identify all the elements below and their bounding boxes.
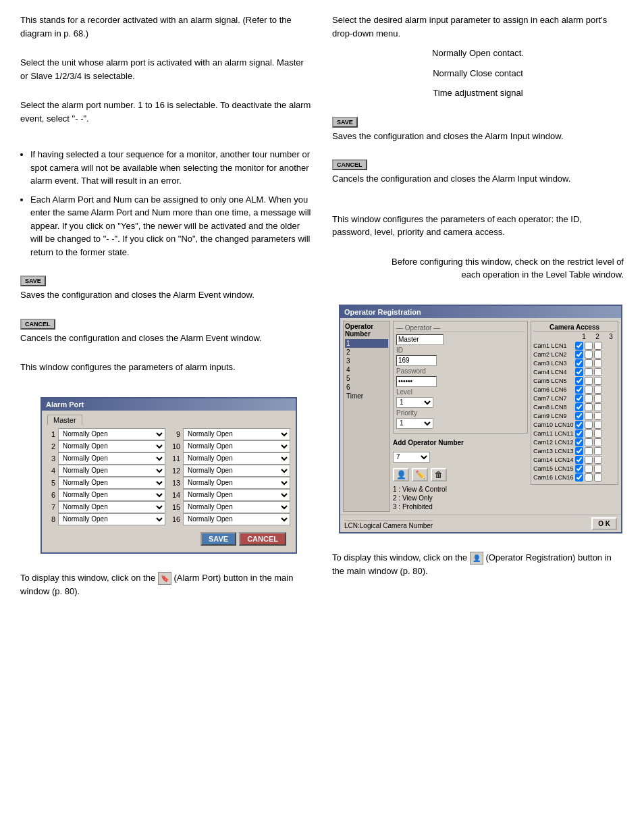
camera-col-headers: 1 2 3 <box>533 333 616 340</box>
cam3-check3[interactable] <box>594 359 602 367</box>
cam15-check3[interactable] <box>594 465 602 473</box>
cam16-check3[interactable] <box>594 473 602 481</box>
save-event-button[interactable]: SAVE <box>20 276 46 286</box>
cam14-check1[interactable] <box>575 456 583 464</box>
alarm-row-8: 8 Normally Open Normally Close Time adju… <box>47 513 165 525</box>
cam12-check2[interactable] <box>585 438 593 446</box>
cam7-check3[interactable] <box>594 394 602 402</box>
cam9-check1[interactable] <box>575 412 583 420</box>
op-priority-select[interactable]: 1 2 3 <box>396 418 433 429</box>
cam13-check3[interactable] <box>594 447 602 455</box>
alarm-select-12[interactable]: Normally Open Normally Close Time adjust… <box>183 465 290 477</box>
alarm-select-15[interactable]: Normally Open Normally Close Time adjust… <box>183 501 290 513</box>
alarm-row-6: 6 Normally Open Normally Close Time adju… <box>47 489 165 501</box>
cam6-check3[interactable] <box>594 386 602 394</box>
op-ok-button[interactable]: O K <box>591 517 617 530</box>
alarm-input-para-section: Select the desired alarm input parameter… <box>332 14 624 107</box>
cam14-check2[interactable] <box>585 456 593 464</box>
cam9-check2[interactable] <box>585 412 593 420</box>
cam16-check1[interactable] <box>575 473 583 481</box>
cam4-check1[interactable] <box>575 368 583 376</box>
op-number-item-5[interactable]: 5 <box>345 374 388 383</box>
cam7-check2[interactable] <box>585 394 593 402</box>
cam8-check2[interactable] <box>585 403 593 411</box>
cancel-event-section: CANCEL Cancels the configuration and clo… <box>20 318 312 352</box>
alarm-select-10[interactable]: Normally Open Normally Close Time adjust… <box>183 440 290 452</box>
alarm-select-6[interactable]: Normally Open Normally Close Time adjust… <box>58 489 165 501</box>
cancel-event-button[interactable]: CANCEL <box>20 319 55 330</box>
cam8-check1[interactable] <box>575 403 583 411</box>
cam1-check3[interactable] <box>594 342 602 350</box>
op-number-item-timer[interactable]: Timer <box>345 392 388 400</box>
alarm-select-7[interactable]: Normally Open Normally Close Time adjust… <box>58 501 165 513</box>
cam1-check2[interactable] <box>585 342 593 350</box>
op-number-item-1[interactable]: 1 <box>345 339 388 348</box>
op-add-select[interactable]: 7 8 <box>393 452 430 463</box>
camera-row-3: Cam3 LCN3 <box>533 359 616 367</box>
cam8-check3[interactable] <box>594 403 602 411</box>
alarm-select-16[interactable]: Normally Open Normally Close Time adjust… <box>183 513 290 525</box>
op-level-select[interactable]: 1 2 3 <box>396 397 433 408</box>
cam2-check3[interactable] <box>594 350 602 359</box>
cam10-check3[interactable] <box>594 421 602 429</box>
op-delete-button[interactable]: 🗑 <box>431 468 447 481</box>
op-view-label-1: 1 : View & Control <box>393 486 528 493</box>
cam13-check1[interactable] <box>575 447 583 455</box>
alarm-select-4[interactable]: Normally Open Normally Close Time adjust… <box>58 465 165 477</box>
cam15-check1[interactable] <box>575 465 583 473</box>
op-number-item-2[interactable]: 2 <box>345 348 388 357</box>
alarm-port-actions: SAVE CANCEL <box>47 529 290 548</box>
master-tab[interactable]: Master <box>47 415 82 425</box>
cam3-check2[interactable] <box>585 359 593 367</box>
cam4-check2[interactable] <box>585 368 593 376</box>
cam15-check2[interactable] <box>585 465 593 473</box>
alarm-select-11[interactable]: Normally Open Normally Close Time adjust… <box>183 452 290 465</box>
cam7-check1[interactable] <box>575 394 583 402</box>
alarm-select-5[interactable]: Normally Open Normally Close Time adjust… <box>58 477 165 489</box>
op-number-item-6[interactable]: 6 <box>345 383 388 392</box>
alarm-select-9[interactable]: Normally Open Normally Close Time adjust… <box>183 428 290 440</box>
cam2-check2[interactable] <box>585 350 593 359</box>
cam9-check3[interactable] <box>594 412 602 420</box>
cam13-check2[interactable] <box>585 447 593 455</box>
alarm-select-1[interactable]: Normally Open Normally Close Time adjust… <box>58 428 165 440</box>
op-priority-value-row: 1 2 3 <box>396 418 525 429</box>
op-master-input[interactable] <box>396 334 444 345</box>
op-password-input[interactable] <box>396 376 437 387</box>
cam12-check1[interactable] <box>575 438 583 446</box>
cam2-check1[interactable] <box>575 350 583 359</box>
alarm-save-button[interactable]: SAVE <box>200 532 236 546</box>
cam11-check1[interactable] <box>575 429 583 438</box>
op-id-input[interactable] <box>396 355 437 366</box>
alarm-select-8[interactable]: Normally Open Normally Close Time adjust… <box>58 513 165 525</box>
cam4-check3[interactable] <box>594 368 602 376</box>
cam5-check1[interactable] <box>575 377 583 385</box>
alarm-select-3[interactable]: Normally Open Normally Close Time adjust… <box>58 452 165 465</box>
cancel-input-section: CANCEL Cancels the configuration and clo… <box>332 159 624 192</box>
cancel-input-button[interactable]: CANCEL <box>332 159 367 170</box>
cam14-check3[interactable] <box>594 456 602 464</box>
alarm-select-14[interactable]: Normally Open Normally Close Time adjust… <box>183 489 290 501</box>
alarm-select-2[interactable]: Normally Open Normally Close Time adjust… <box>58 440 165 452</box>
cam3-check1[interactable] <box>575 359 583 367</box>
cam11-check3[interactable] <box>594 429 602 438</box>
cam5-check3[interactable] <box>594 377 602 385</box>
cam6-check2[interactable] <box>585 386 593 394</box>
op-number-item-3[interactable]: 3 <box>345 357 388 365</box>
cam16-check2[interactable] <box>585 473 593 481</box>
cam11-check2[interactable] <box>585 429 593 438</box>
left-column: This stands for a recorder activated wit… <box>20 14 312 614</box>
cam10-check1[interactable] <box>575 421 583 429</box>
cam10-check2[interactable] <box>585 421 593 429</box>
alarm-select-13[interactable]: Normally Open Normally Close Time adjust… <box>183 477 290 489</box>
cam6-check1[interactable] <box>575 386 583 394</box>
save-input-button[interactable]: SAVE <box>332 117 358 128</box>
op-number-item-4[interactable]: 4 <box>345 365 388 374</box>
alarm-cancel-button[interactable]: CANCEL <box>239 532 286 546</box>
alarm-port-icon: 🔖 <box>158 572 171 585</box>
cam1-check1[interactable] <box>575 342 583 350</box>
cam5-check2[interactable] <box>585 377 593 385</box>
cam12-check3[interactable] <box>594 438 602 446</box>
op-person-add-button[interactable]: 👤 <box>393 468 409 481</box>
op-edit-button[interactable]: ✏️ <box>412 468 428 481</box>
